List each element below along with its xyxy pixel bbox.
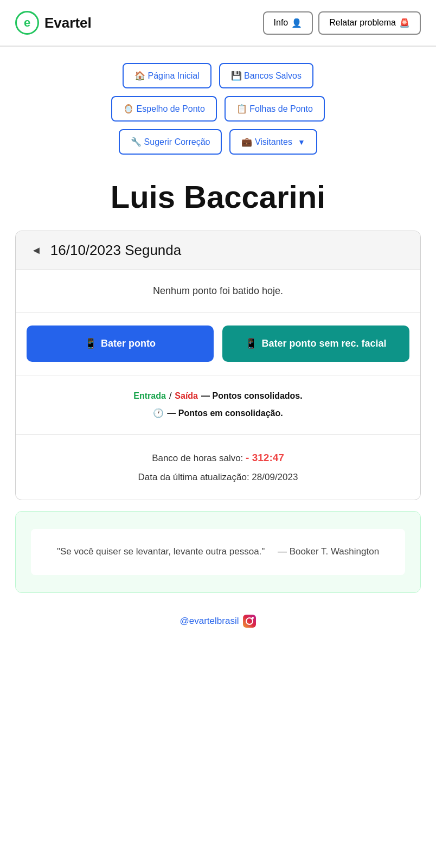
legend-consolidating-line: 🕐 — Pontos em consolidação. bbox=[27, 405, 409, 422]
ultima-atualizacao-row: Data da última atualização: 28/09/2023 bbox=[27, 468, 409, 487]
pagina-inicial-button[interactable]: 🏠 Página Inicial bbox=[123, 63, 211, 88]
legend-consolidated-line: Entrada / Saída — Pontos consolidados. bbox=[27, 387, 409, 405]
legend-saida: Saída bbox=[175, 387, 198, 405]
ultima-atualizacao-label: Data da última atualização: bbox=[138, 472, 249, 482]
bater-ponto-icon: 📱 bbox=[85, 337, 97, 349]
bater-ponto-facial-icon: 📱 bbox=[245, 337, 257, 350]
nav-row-3: 🔧 Sugerir Correção 💼 Visitantes ▼ bbox=[119, 129, 317, 155]
footer: @evartelbrasil bbox=[0, 604, 436, 639]
bater-ponto-facial-label: Bater ponto sem rec. facial bbox=[261, 337, 386, 350]
nav-row-2: 🪞 Espelho de Ponto 📋 Folhas de Ponto bbox=[111, 96, 325, 122]
prev-date-button[interactable]: ◄ bbox=[31, 244, 42, 257]
current-date: 16/10/2023 Segunda bbox=[50, 242, 181, 259]
action-buttons: 📱 Bater ponto 📱 Bater ponto sem rec. fac… bbox=[16, 312, 420, 375]
legend-consolidated-text: — Pontos consolidados. bbox=[201, 387, 303, 405]
bater-ponto-button[interactable]: 📱 Bater ponto bbox=[27, 326, 214, 362]
header: e Evartel Info 👤 Relatar problema 🚨 bbox=[0, 0, 436, 47]
bater-ponto-label: Bater ponto bbox=[101, 338, 156, 349]
info-label: Info bbox=[274, 18, 288, 28]
report-label: Relatar problema bbox=[329, 18, 396, 28]
bancos-salvos-button[interactable]: 💾 Bancos Salvos bbox=[219, 63, 313, 88]
visitantes-button[interactable]: 💼 Visitantes ▼ bbox=[229, 129, 317, 155]
banco-horas-value: - 312:47 bbox=[246, 452, 284, 463]
legend-slash: / bbox=[169, 387, 171, 405]
legend: Entrada / Saída — Pontos consolidados. 🕐… bbox=[16, 375, 420, 435]
banco-horas-row: Banco de horas salvo: - 312:47 bbox=[27, 448, 409, 468]
chevron-down-icon: ▼ bbox=[298, 138, 305, 146]
user-name: Luis Baccarini bbox=[0, 160, 436, 225]
banco-horas-label: Banco de horas salvo: bbox=[152, 453, 243, 463]
legend-entrada: Entrada bbox=[133, 387, 166, 405]
no-punch-message: Nenhum ponto foi batido hoje. bbox=[16, 270, 420, 312]
instagram-handle: @evartelbrasil bbox=[180, 616, 239, 627]
nav-row-1: 🏠 Página Inicial 💾 Bancos Salvos bbox=[123, 63, 313, 88]
quote-card: "Se você quiser se levantar, levante out… bbox=[15, 511, 421, 593]
instagram-icon bbox=[243, 615, 256, 628]
clock-icon: 🕐 bbox=[153, 405, 164, 422]
bater-ponto-facial-button[interactable]: 📱 Bater ponto sem rec. facial bbox=[222, 326, 409, 362]
logo: e Evartel bbox=[15, 11, 92, 35]
quote-inner: "Se você quiser se levantar, levante out… bbox=[31, 529, 405, 575]
info-emoji-icon: 👤 bbox=[291, 18, 302, 28]
ultima-atualizacao-value: 28/09/2023 bbox=[252, 472, 298, 482]
quote-author: — Booker T. Washington bbox=[278, 546, 379, 557]
quote-text: "Se você quiser se levantar, levante out… bbox=[57, 546, 265, 557]
report-problem-button[interactable]: Relatar problema 🚨 bbox=[318, 11, 421, 35]
bank-info: Banco de horas salvo: - 312:47 Data da ú… bbox=[16, 435, 420, 500]
date-bar: ◄ 16/10/2023 Segunda bbox=[16, 231, 420, 270]
info-button[interactable]: Info 👤 bbox=[263, 11, 313, 35]
legend-consolidating-text: — Pontos em consolidação. bbox=[167, 405, 283, 422]
folhas-de-ponto-button[interactable]: 📋 Folhas de Ponto bbox=[225, 96, 325, 122]
logo-name: Evartel bbox=[44, 15, 92, 31]
main-card: ◄ 16/10/2023 Segunda Nenhum ponto foi ba… bbox=[15, 231, 421, 500]
espelho-de-ponto-button[interactable]: 🪞 Espelho de Ponto bbox=[111, 96, 217, 122]
nav-section: 🏠 Página Inicial 💾 Bancos Salvos 🪞 Espel… bbox=[0, 47, 436, 160]
header-buttons: Info 👤 Relatar problema 🚨 bbox=[263, 11, 421, 35]
logo-icon: e bbox=[15, 11, 39, 35]
report-emoji-icon: 🚨 bbox=[399, 18, 410, 28]
instagram-link[interactable]: @evartelbrasil bbox=[11, 615, 425, 628]
sugerir-correcao-button[interactable]: 🔧 Sugerir Correção bbox=[119, 129, 222, 155]
